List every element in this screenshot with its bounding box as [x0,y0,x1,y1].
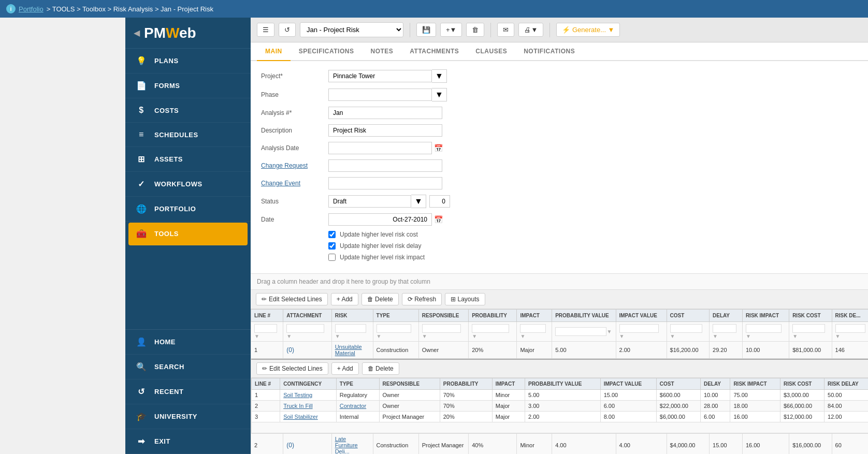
sidebar-item-schedules[interactable]: ≡ SCHEDULES [125,123,251,147]
attach-icon-2[interactable]: (0) [286,442,294,449]
status-input[interactable] [328,195,411,208]
filter-type[interactable] [377,324,412,333]
analysis-num-row: Analysis #* [261,107,858,119]
sub-table-toolbar: ✏ Edit Selected Lines + Add 🗑 Delete [251,360,868,378]
sub-edit-button[interactable]: ✏ Edit Selected Lines [256,362,328,375]
sub-cost-1: $600.00 [656,390,700,401]
update-risk-cost-checkbox[interactable] [328,231,336,238]
table-row: 1 (0) Unsuitable Material Construction O… [251,342,869,359]
filter-impact-val[interactable] [619,324,659,333]
university-icon: 🎓 [136,412,147,421]
sidebar-item-exit[interactable]: ➡ EXIT [125,429,251,454]
change-request-label: Change Request [261,162,328,169]
analysis-date-calendar[interactable]: 📅 [434,144,443,152]
cell-type-1: Construction [373,342,418,359]
col-delay: DELAY [710,310,743,322]
sidebar-item-portfolio[interactable]: 🌐 PORTFOLIO [125,197,251,222]
filter-line[interactable] [254,324,277,333]
status-num-input[interactable] [429,195,450,208]
sub-add-button[interactable]: + Add [331,362,359,375]
filter-risk-impact[interactable] [746,324,782,333]
tab-clauses[interactable]: CLAUSES [467,42,515,61]
undo-button[interactable]: ↺ [279,23,296,37]
phase-input[interactable] [328,89,432,101]
generate-button[interactable]: ⚡ Generate... ▼ [556,23,620,37]
sub-risk-cost-1: $3,000.00 [780,390,824,401]
sidebar-label-home: HOME [154,338,176,346]
sidebar-item-tools[interactable]: 🧰 TOOLS [128,223,248,245]
delete-line-button[interactable]: 🗑 Delete [361,293,399,305]
tab-main[interactable]: MAIN [257,42,291,61]
filter-prob[interactable] [472,324,509,333]
tab-notifications[interactable]: NOTIFICATIONS [515,42,583,61]
tab-specifications[interactable]: SPECIFICATIONS [291,42,363,61]
breadcrumb-link[interactable]: Portfolio [19,5,44,13]
update-risk-impact-checkbox[interactable] [328,254,336,261]
phase-dropdown[interactable]: ▼ [432,88,447,101]
filter-risk-cost[interactable] [792,324,825,333]
sidebar-item-home[interactable]: 👤 HOME [125,330,251,355]
change-event-input[interactable] [328,177,442,189]
type-link-2[interactable]: Contractor [340,403,366,409]
sidebar-item-plans[interactable]: 💡 PLANS [125,49,251,74]
print-button[interactable]: 🖨▼ [518,23,543,37]
sidebar-item-university[interactable]: 🎓 UNIVERSITY [125,404,251,429]
contingency-link-3[interactable]: Soil Stabilizer [283,414,318,420]
filter-resp[interactable] [422,324,461,333]
change-event-row: Change Event [261,177,858,189]
tab-attachments[interactable]: ATTACHMENTS [401,42,467,61]
filter-impact[interactable] [520,324,545,333]
save-button[interactable]: 💾 [416,23,436,37]
sidebar-item-search[interactable]: 🔍 SEARCH [125,355,251,379]
edit-selected-lines-button[interactable]: ✏ Edit Selected Lines [256,293,328,305]
layouts-button[interactable]: ⊞ Layouts [445,293,485,305]
attach-icon-1[interactable]: (0) [286,346,294,354]
update-risk-delay-checkbox[interactable] [328,242,336,250]
date-calendar[interactable]: 📅 [434,215,443,224]
filter-attach[interactable] [286,324,324,333]
filter-cost[interactable] [670,324,703,333]
sidebar-item-recent[interactable]: ↺ RECENT [125,379,251,404]
filter-prob-val[interactable] [555,327,606,336]
info-icon[interactable]: i [6,4,16,13]
right-panel: ☰ ↺ Jan - Project Risk 💾 +▼ 🗑 ✉ 🖨▼ ⚡ Gen… [251,18,868,454]
tab-notes[interactable]: NOTES [362,42,401,61]
risk-table-scroll[interactable]: LINE # ATTACHMENT RISK TYPE RESPONSIBLE … [251,309,868,454]
project-dropdown[interactable]: ▼ [432,69,447,83]
date-input[interactable] [328,213,432,226]
sidebar-item-costs[interactable]: $ COSTS [125,98,251,123]
filter-delay[interactable] [713,324,736,333]
contingency-link-2[interactable]: Truck In Fill [283,403,312,409]
change-request-input[interactable] [328,159,442,172]
sub-prob-val-2: 3.00 [525,401,600,412]
analysis-num-input[interactable] [328,107,442,119]
sidebar-collapse[interactable]: ◀ [134,28,140,38]
contingency-link-1[interactable]: Soil Testing [283,392,312,398]
risk-link-1[interactable]: Unsuitable Material [335,344,362,356]
sub-delete-button[interactable]: 🗑 Delete [362,362,399,375]
change-event-link[interactable]: Change Event [261,180,300,187]
sidebar-item-assets[interactable]: ⊞ ASSETS [125,147,251,172]
list-item: 1 Soil Testing Regulatory Owner 70% Mino… [252,390,869,401]
email-button[interactable]: ✉ [497,23,514,37]
sidebar-item-forms[interactable]: 📄 FORMS [125,74,251,98]
menu-button[interactable]: ☰ [257,23,274,37]
refresh-button[interactable]: ⟳ Refresh [402,293,442,305]
record-select[interactable]: Jan - Project Risk [300,22,403,37]
change-request-row: Change Request [261,159,858,172]
risk-table-header: LINE # ATTACHMENT RISK TYPE RESPONSIBLE … [251,310,869,322]
delete-button[interactable]: 🗑 [466,23,484,37]
analysis-date-input[interactable] [328,142,432,154]
risk-link-2[interactable]: Late Furniture Deli... [335,436,358,454]
description-input[interactable] [328,124,442,137]
filter-risk[interactable] [335,324,366,333]
portfolio-icon: 🌐 [136,204,147,214]
add-button[interactable]: +▼ [440,23,462,37]
description-label: Description [261,127,328,134]
status-dropdown[interactable]: ▼ [411,195,426,208]
change-request-link[interactable]: Change Request [261,162,308,169]
filter-risk-delay[interactable] [835,324,865,333]
sidebar-item-workflows[interactable]: ✓ WORKFLOWS [125,172,251,197]
project-input[interactable] [328,70,432,82]
add-line-button[interactable]: + Add [331,293,358,305]
